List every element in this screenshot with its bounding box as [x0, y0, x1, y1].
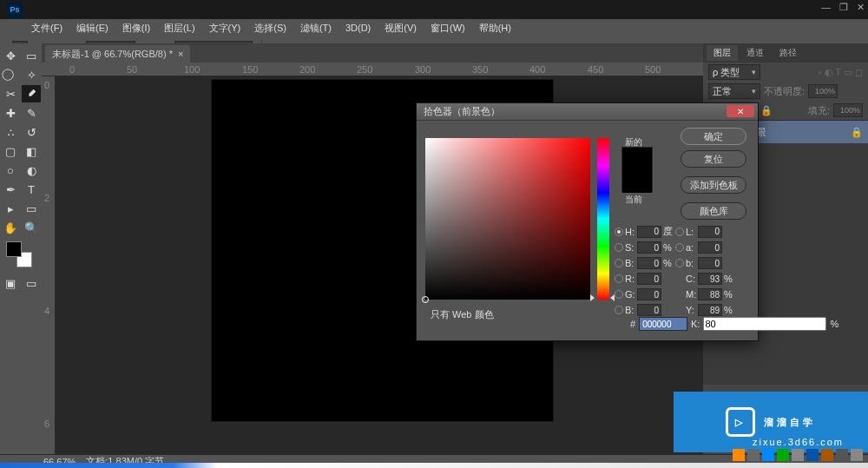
radio-r[interactable]: [615, 274, 623, 283]
tray-icon[interactable]: [792, 449, 804, 461]
ruler-tick: 500: [645, 64, 661, 75]
radio-b-lab[interactable]: [675, 259, 684, 267]
dialog-close-button[interactable]: ✕: [727, 105, 754, 117]
ruler-tick: 300: [415, 64, 431, 75]
doc-tab[interactable]: 未标题-1 @ 66.7%(RGB/8) * ×: [45, 45, 190, 63]
ruler-tick: 2: [44, 193, 49, 203]
add-swatch-button[interactable]: 添加到色板: [681, 176, 746, 194]
hue-slider[interactable]: [597, 138, 609, 300]
hue-indicator-left-icon: [590, 294, 595, 301]
menu-layer[interactable]: 图层(L): [164, 22, 194, 35]
move-tool[interactable]: ✥: [1, 47, 20, 64]
radio-g[interactable]: [615, 290, 623, 299]
ok-button[interactable]: 确定: [681, 128, 746, 145]
radio-a[interactable]: [675, 243, 684, 252]
radio-h[interactable]: [615, 227, 623, 236]
color-swatches: [1, 238, 41, 273]
zoom-tool[interactable]: 🔍: [22, 219, 41, 236]
tray-icon[interactable]: [806, 449, 819, 461]
close-window-button[interactable]: ✕: [857, 2, 865, 13]
fill-input[interactable]: [833, 103, 863, 117]
hand-tool[interactable]: ✋: [1, 219, 20, 236]
type-tool[interactable]: T: [22, 181, 41, 198]
history-brush-tool[interactable]: ↺: [22, 123, 41, 141]
color-library-button[interactable]: 颜色库: [681, 202, 746, 220]
restore-button[interactable]: ❐: [839, 2, 848, 13]
eraser-tool[interactable]: ▢: [1, 142, 20, 160]
tab-layers[interactable]: 图层: [707, 45, 738, 61]
tray-icon[interactable]: [747, 449, 760, 461]
menu-view[interactable]: 视图(V): [385, 22, 417, 35]
menu-3d[interactable]: 3D(D): [345, 23, 371, 33]
color-field[interactable]: [425, 138, 590, 300]
radio-b-hsb[interactable]: [615, 259, 623, 267]
doc-tab-title: 未标题-1 @ 66.7%(RGB/8) *: [52, 48, 173, 61]
doc-tab-close[interactable]: ×: [178, 49, 183, 59]
blend-mode-dropdown[interactable]: 正常: [708, 83, 760, 99]
watermark-url: zixue.3d66.com: [753, 437, 844, 447]
eyedropper-tool[interactable]: [22, 85, 41, 102]
hex-input[interactable]: [639, 317, 687, 331]
magic-wand-tool[interactable]: ✧: [22, 66, 41, 83]
menu-filter[interactable]: 滤镜(T): [300, 22, 332, 35]
l-input[interactable]: [698, 226, 722, 238]
taskbar[interactable]: [0, 463, 868, 468]
quickmask-icon[interactable]: ▣: [1, 274, 20, 292]
menu-window[interactable]: 窗口(W): [431, 22, 465, 35]
tray-icon[interactable]: [836, 449, 848, 461]
ruler-tick: 150: [242, 64, 258, 75]
tray-icon[interactable]: [733, 449, 745, 461]
dialog-titlebar[interactable]: 拾色器（前景色） ✕: [417, 103, 758, 121]
y-input[interactable]: [698, 304, 722, 316]
layer-kind-dropdown[interactable]: ρ 类型: [708, 64, 760, 80]
crop-tool[interactable]: ✂: [1, 85, 20, 102]
b-lab-input[interactable]: [698, 257, 722, 269]
g-input[interactable]: [637, 288, 661, 300]
radio-l[interactable]: [675, 227, 684, 236]
c-input[interactable]: [698, 273, 722, 285]
foreground-color-swatch[interactable]: [6, 241, 22, 257]
a-input[interactable]: [698, 241, 722, 254]
watermark: ▷ 溜溜自学 zixue.3d66.com: [674, 392, 868, 452]
current-color-label: 当前: [625, 194, 642, 206]
tab-channels[interactable]: 通道: [740, 45, 771, 61]
tray-icon[interactable]: [777, 449, 789, 461]
pen-tool[interactable]: ✒: [1, 181, 20, 198]
menu-type[interactable]: 文字(Y): [209, 22, 241, 35]
menu-image[interactable]: 图像(I): [122, 22, 150, 35]
m-input[interactable]: [698, 288, 722, 300]
b-hsb-input[interactable]: [637, 257, 661, 269]
tray-icon[interactable]: [851, 449, 863, 461]
b-rgb-input[interactable]: [637, 304, 661, 316]
menu-file[interactable]: 文件(F): [31, 22, 62, 35]
current-color[interactable]: [622, 170, 652, 193]
r-input[interactable]: [637, 273, 661, 285]
path-select-tool[interactable]: ▸: [1, 200, 20, 217]
minimize-button[interactable]: —: [821, 2, 831, 13]
radio-s[interactable]: [615, 243, 623, 252]
screenmode-icon[interactable]: ▭: [22, 274, 41, 292]
menu-help[interactable]: 帮助(H): [479, 22, 511, 35]
shape-tool[interactable]: ▭: [22, 200, 41, 217]
reset-button[interactable]: 复位: [681, 150, 746, 168]
gradient-tool[interactable]: ◧: [22, 142, 41, 160]
picker-cursor[interactable]: [422, 296, 429, 303]
tray-icon[interactable]: [821, 449, 833, 461]
menu-edit[interactable]: 编辑(E): [76, 22, 108, 35]
dodge-tool[interactable]: ◐: [22, 161, 41, 179]
radio-b-rgb[interactable]: [615, 306, 623, 314]
stamp-tool[interactable]: ⛬: [1, 123, 20, 141]
lasso-tool[interactable]: ⃝: [1, 66, 20, 83]
opacity-input[interactable]: [808, 84, 838, 98]
tab-paths[interactable]: 路径: [773, 45, 804, 61]
s-input[interactable]: [637, 241, 661, 254]
h-input[interactable]: [637, 226, 661, 238]
brush-tool[interactable]: ✎: [22, 104, 41, 122]
healing-tool[interactable]: ✚: [1, 104, 20, 122]
ruler-tick: 250: [357, 64, 372, 75]
marquee-tool[interactable]: ▭: [22, 47, 41, 64]
menu-select[interactable]: 选择(S): [254, 22, 286, 35]
tray-icon[interactable]: [762, 449, 774, 461]
k-input[interactable]: [703, 317, 826, 331]
blur-tool[interactable]: ○: [1, 161, 20, 179]
